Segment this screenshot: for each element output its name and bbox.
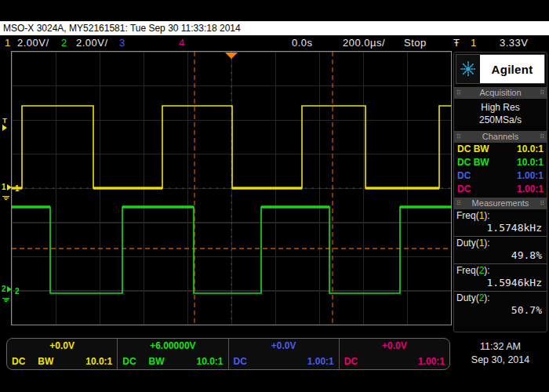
grip-dots-icon: ⠿ [456,134,461,140]
graticule [11,51,452,325]
measurement-row: Freq(2): 1.5946kHz [454,264,547,292]
ch4-status-box[interactable]: +0.0V DC1.00:1 [339,339,449,369]
brand-logo-box: Agilent [456,54,545,84]
measurements-list: Freq(1): 1.5748kHz Duty(1): 49.8% Freq(2… [454,209,547,332]
measurement-value: 49.8% [456,249,544,262]
ch3-settings-row: DC1.00:1 [454,169,547,183]
title-bar: MSO-X 3024A, MY52161581: Tue Sep 30 11:3… [0,21,549,35]
delay-readout: 0.0s [292,35,313,51]
ch1-number[interactable]: 1 [5,35,11,51]
waveform-display [12,52,451,325]
grip-dots-icon: ⠿ [456,201,461,207]
ch2-ground-arrow-icon [7,286,12,292]
timebase-readout: 200.0µs/ [343,35,385,51]
measurement-value: 50.7% [456,304,544,317]
ch4-offset: +0.0V [340,339,449,354]
ch4-number[interactable]: 4 [179,35,185,51]
channels-info: DC BW10.0:1 DC BW10.0:1 DC1.00:1 DC1.00:… [454,143,547,196]
channel-status-bar: +0.0V DCBW10.0:1 +6.00000V DCBW10.0:1 +0… [6,338,450,370]
trigger-level-label: T [2,118,7,125]
ch2-settings-row: DC BW10.0:1 [454,156,547,169]
ch2-offset: +6.00000V [118,339,227,354]
date-readout: Sep 30, 2014 [456,354,544,367]
trigger-position-marker[interactable] [225,53,238,59]
time-readout: 11:32 AM [456,340,544,354]
ch2-ground-marker[interactable]: 2 [2,285,12,293]
ch1-scale[interactable]: 2.00V/ [17,35,49,51]
ch1-trace-label: 1 [15,184,20,193]
grip-dots-icon: ⠿ [540,201,544,207]
measurement-row: Freq(1): 1.5748kHz [454,209,547,237]
measurement-value: 1.5748kHz [456,222,544,234]
ch1-ground-arrow-icon [7,184,12,191]
ch3-status-box[interactable]: +0.0V DC1.00:1 [228,339,339,369]
top-black-strip [0,0,549,21]
sample-rate: 250MSa/s [454,114,547,126]
instrument-title: MSO-X 3024A, MY52161581: Tue Sep 30 11:3… [3,23,241,34]
ch3-offset: +0.0V [229,339,339,354]
channels-header[interactable]: ⠿ Channels ⠿ [454,131,547,143]
ch1-ground-marker[interactable]: 1 [2,183,12,191]
run-state: Stop [404,35,427,51]
ch2-trace-label: 2 [15,287,20,296]
right-info-panel: Agilent ⠿ Acquisition ⠿ High Res 250MSa/… [453,52,547,332]
ch1-status-box[interactable]: +0.0V DCBW10.0:1 [7,339,117,369]
grip-dots-icon: ⠿ [540,90,544,96]
acquisition-mode: High Res [454,101,547,114]
ch1-ground-icon [2,195,10,200]
ch2-ground-icon [2,297,10,302]
acquisition-header[interactable]: ⠿ Acquisition ⠿ [454,87,547,99]
ch2-status-box[interactable]: +6.00000V DCBW10.0:1 [117,339,227,369]
ch1-offset: +0.0V [7,339,117,354]
ch4-settings-row: DC1.00:1 [454,183,547,196]
measurement-row: Duty(2): 50.7% [454,292,547,318]
oscilloscope-screen: MSO-X 3024A, MY52161581: Tue Sep 30 11:3… [0,0,549,392]
ch1-settings-row: DC BW10.0:1 [454,143,547,156]
status-bar: 1 2.00V/ 2 2.00V/ 3 4 0.0s 200.0µs/ Stop… [0,35,549,51]
clock: 11:32 AM Sep 30, 2014 [456,340,544,367]
grip-dots-icon: ⠿ [456,90,461,96]
trigger-source: 1 [471,35,477,51]
trigger-level-arrow-icon [2,125,7,131]
trigger-edge-icon: Ŧ [453,35,460,51]
measurements-header[interactable]: ⠿ Measurements ⠿ [454,198,547,209]
measurement-row: Duty(1): 49.8% [454,237,547,264]
trigger-level-readout: 3.33V [500,35,528,51]
ch2-number[interactable]: 2 [61,35,67,51]
ch2-scale[interactable]: 2.00V/ [76,35,108,51]
measurement-value: 1.5946kHz [456,277,544,289]
brand-starburst-icon [456,55,480,83]
trigger-level-marker[interactable]: T [2,118,7,131]
ch3-number[interactable]: 3 [119,35,125,51]
grip-dots-icon: ⠿ [540,134,544,140]
acquisition-info: High Res 250MSa/s [454,99,547,129]
brand-name: Agilent [480,55,544,83]
